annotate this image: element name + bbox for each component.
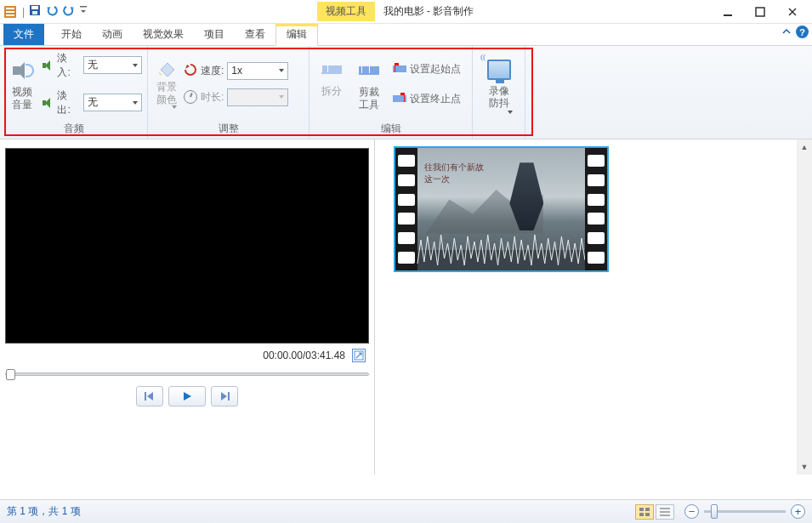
qat-customize-icon[interactable]: [79, 4, 88, 19]
svg-rect-19: [660, 511, 670, 513]
ribbon-group-editing: 拆分 剪裁 工具 设置起始点 设置终止点: [309, 46, 473, 139]
fade-in-icon: [43, 60, 54, 71]
window-title: 我的电影 - 影音制作: [375, 2, 483, 21]
speaker-icon: [9, 57, 36, 84]
tab-view[interactable]: 查看: [235, 24, 275, 45]
film-sprocket-right: [585, 148, 607, 270]
speed-dropdown[interactable]: 1x: [227, 62, 288, 80]
svg-rect-18: [660, 508, 670, 509]
view-thumbnails-button[interactable]: [635, 504, 654, 520]
status-text: 第 1 项，共 1 项: [7, 504, 81, 519]
svg-rect-14: [639, 508, 644, 511]
svg-rect-15: [645, 508, 650, 511]
ribbon-right-controls: ?: [782, 26, 809, 38]
fade-out-label: 淡出:: [57, 88, 79, 117]
minimize-button[interactable]: [712, 2, 744, 22]
tab-edit[interactable]: 编辑: [275, 24, 318, 46]
svg-rect-2: [6, 11, 14, 13]
set-end-icon: [393, 95, 406, 102]
ribbon-group-stabilize: ⦅⦅ 录像 防抖: [473, 46, 525, 139]
tab-animations[interactable]: 动画: [92, 24, 133, 45]
prev-frame-button[interactable]: [136, 386, 163, 406]
speed-label: 速度:: [201, 64, 224, 78]
time-position: 00:00.00/03:41.48: [263, 350, 345, 361]
speed-icon: [184, 63, 197, 79]
svg-rect-16: [639, 513, 644, 516]
film-sprocket-left: [395, 148, 417, 270]
ribbon: 视频 音量 淡入: 无 淡出: 无: [0, 46, 812, 139]
clock-icon: [184, 90, 197, 104]
zoom-control: − +: [684, 504, 805, 519]
clip-subtitle: 往我们有个新故 这一次: [424, 162, 484, 185]
play-button[interactable]: [168, 386, 206, 406]
view-details-button[interactable]: [656, 504, 674, 520]
playback-controls: [5, 386, 369, 406]
set-end-button[interactable]: 设置终止点: [389, 90, 464, 108]
scroll-down-icon[interactable]: ▼: [797, 459, 812, 475]
preview-video-display[interactable]: [5, 148, 369, 344]
svg-rect-7: [80, 6, 87, 8]
audio-waveform: [417, 230, 585, 270]
crop-icon: [355, 57, 383, 84]
svg-rect-11: [145, 392, 146, 401]
monitor-icon: ⦅⦅: [485, 56, 513, 83]
save-icon[interactable]: [28, 3, 42, 20]
tab-project[interactable]: 项目: [194, 24, 235, 45]
set-start-button[interactable]: 设置起始点: [389, 60, 464, 78]
group-label-adjust: 调整: [153, 120, 304, 139]
svg-rect-9: [756, 8, 764, 16]
contextual-tab-label: 视频工具: [317, 2, 375, 21]
clip-thumbnail[interactable]: 往我们有个新故 这一次: [394, 146, 609, 272]
set-start-icon: [393, 65, 406, 72]
bg-color-button: 背景 颜色: [153, 57, 180, 111]
file-tab[interactable]: 文件: [3, 24, 44, 45]
preview-pane: 00:00.00/03:41.48: [0, 139, 374, 475]
duration-dropdown: [227, 88, 288, 106]
status-bar: 第 1 项，共 1 项 − +: [0, 499, 812, 523]
seek-thumb[interactable]: [6, 369, 15, 380]
zoom-out-button[interactable]: −: [684, 504, 699, 519]
fade-out-icon: [43, 98, 54, 108]
time-display-row: 00:00.00/03:41.48: [5, 344, 369, 367]
fade-out-dropdown[interactable]: 无: [83, 94, 142, 111]
undo-icon[interactable]: [45, 3, 59, 20]
close-button[interactable]: [776, 2, 809, 22]
fade-in-label: 淡入:: [57, 51, 79, 80]
maximize-button[interactable]: [744, 2, 776, 22]
fade-in-dropdown[interactable]: 无: [83, 56, 142, 74]
tab-visual-effects[interactable]: 视觉效果: [133, 24, 194, 45]
separator: |: [22, 6, 25, 18]
crop-tool-button[interactable]: 剪裁 工具: [352, 55, 386, 112]
group-label-audio: 音频: [5, 120, 142, 139]
video-volume-button[interactable]: 视频 音量: [5, 55, 39, 112]
zoom-thumb[interactable]: [711, 504, 718, 519]
app-icon: [3, 5, 17, 19]
stabilize-button[interactable]: ⦅⦅ 录像 防抖: [482, 54, 516, 117]
svg-rect-8: [724, 14, 732, 16]
svg-rect-17: [645, 513, 650, 516]
redo-icon[interactable]: [62, 3, 76, 20]
help-icon[interactable]: ?: [796, 26, 809, 38]
window-controls: [712, 2, 809, 22]
svg-rect-1: [6, 8, 14, 9]
ribbon-group-audio: 视频 音量 淡入: 无 淡出: 无: [0, 46, 148, 139]
tab-home[interactable]: 开始: [51, 24, 92, 45]
seek-slider[interactable]: [5, 367, 369, 386]
svg-rect-3: [6, 14, 14, 16]
storyboard-pane[interactable]: 往我们有个新故 这一次 ▲ ▼: [374, 139, 812, 475]
zoom-in-button[interactable]: +: [791, 504, 805, 519]
view-toggle: [635, 504, 674, 520]
scroll-up-icon[interactable]: ▲: [797, 139, 812, 155]
zoom-slider[interactable]: [704, 510, 786, 513]
next-frame-button[interactable]: [211, 386, 238, 406]
fullscreen-icon[interactable]: [352, 349, 366, 362]
ribbon-group-adjust: 背景 颜色 速度: 1x 时长:: [148, 46, 309, 139]
svg-rect-6: [32, 11, 37, 14]
paint-bucket-icon: [156, 59, 177, 79]
ribbon-tabstrip: 文件 开始 动画 视觉效果 项目 查看 编辑 ?: [0, 24, 812, 46]
svg-rect-20: [660, 514, 670, 516]
vertical-scrollbar[interactable]: ▲ ▼: [797, 139, 812, 475]
group-label-editing: 编辑: [315, 120, 467, 139]
title-bar: | 视频工具 我的电影 - 影音制作: [0, 0, 812, 24]
collapse-ribbon-icon[interactable]: [782, 26, 791, 38]
